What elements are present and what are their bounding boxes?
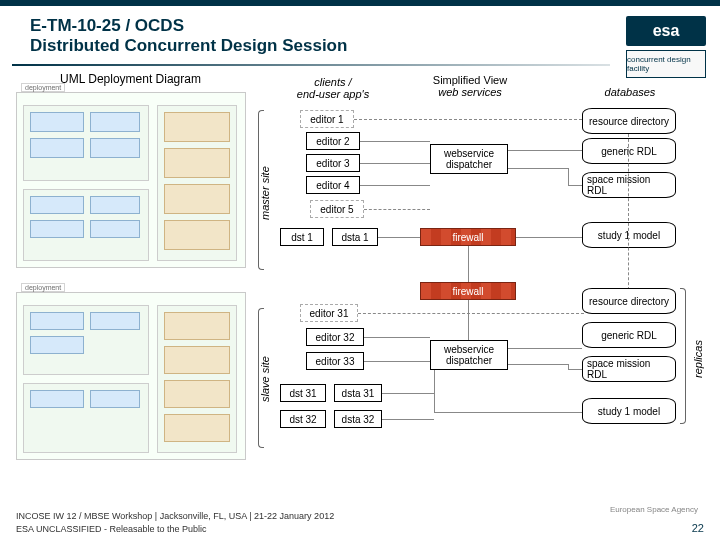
dsta-box: dsta 31 bbox=[334, 384, 382, 402]
uml-panel-master: deployment bbox=[16, 92, 246, 268]
footer-line2: ESA UNCLASSIFIED - Releasable to the Pub… bbox=[16, 524, 700, 534]
label-replicas: replicas bbox=[692, 340, 704, 378]
db-cylinder: space mission RDL bbox=[582, 172, 676, 198]
dst-box: dst 32 bbox=[280, 410, 326, 428]
editor-box: editor 33 bbox=[306, 352, 364, 370]
db-cylinder: resource directory bbox=[582, 288, 676, 314]
agency-tag: European Space Agency bbox=[610, 505, 698, 514]
col-simplified: Simplified View web services bbox=[420, 74, 520, 98]
dsta-box: dsta 1 bbox=[332, 228, 378, 246]
brace-replicas bbox=[680, 288, 686, 424]
db-cylinder: study 1 model bbox=[582, 398, 676, 424]
uml-panel-slave: deployment bbox=[16, 292, 246, 460]
col-simplified-line1: Simplified View bbox=[433, 74, 507, 86]
esa-logo: esa bbox=[626, 16, 706, 46]
dispatcher-text: webservice dispatcher bbox=[444, 148, 494, 170]
dispatcher-text: webservice dispatcher bbox=[444, 344, 494, 366]
page-number: 22 bbox=[692, 522, 704, 534]
editor-box: editor 2 bbox=[306, 132, 360, 150]
col-clients-line2: end-user app's bbox=[297, 88, 369, 100]
col-clients: clients / end-user app's bbox=[288, 76, 378, 100]
uml-caption: UML Deployment Diagram bbox=[60, 72, 201, 86]
col-simplified-line2: web services bbox=[438, 86, 502, 98]
db-cylinder: space mission RDL bbox=[582, 356, 676, 382]
editor-box: editor 3 bbox=[306, 154, 360, 172]
editor-box: editor 32 bbox=[306, 328, 364, 346]
editor-box: editor 1 bbox=[300, 110, 354, 128]
title-line-1: E-TM-10-25 / OCDS bbox=[30, 16, 184, 35]
page-title: E-TM-10-25 / OCDS Distributed Concurrent… bbox=[30, 16, 460, 57]
slide-header: E-TM-10-25 / OCDS Distributed Concurrent… bbox=[0, 0, 720, 70]
db-cylinder: resource directory bbox=[582, 108, 676, 134]
db-cylinder: generic RDL bbox=[582, 322, 676, 348]
dst-box: dst 31 bbox=[280, 384, 326, 402]
dsta-box: dsta 32 bbox=[334, 410, 382, 428]
dst-box: dst 1 bbox=[280, 228, 324, 246]
firewall: firewall bbox=[420, 228, 516, 246]
footer-line1: INCOSE IW 12 / MBSE Workshop | Jacksonvi… bbox=[16, 511, 700, 521]
editor-box: editor 5 bbox=[310, 200, 364, 218]
col-databases: databases bbox=[590, 86, 670, 98]
header-rule bbox=[12, 64, 610, 66]
editor-box: editor 4 bbox=[306, 176, 360, 194]
dispatcher-box: webservice dispatcher bbox=[430, 340, 508, 370]
db-cylinder: study 1 model bbox=[582, 222, 676, 248]
dispatcher-box: webservice dispatcher bbox=[430, 144, 508, 174]
diagram-stage: UML Deployment Diagram clients / end-use… bbox=[0, 72, 720, 492]
db-cylinder: generic RDL bbox=[582, 138, 676, 164]
col-clients-line1: clients / bbox=[314, 76, 351, 88]
firewall: firewall bbox=[420, 282, 516, 300]
label-master-site: master site bbox=[259, 166, 271, 220]
uml-panel-master-hdr: deployment bbox=[21, 83, 65, 92]
uml-panel-slave-hdr: deployment bbox=[21, 283, 65, 292]
editor-box: editor 31 bbox=[300, 304, 358, 322]
title-line-2: Distributed Concurrent Design Session bbox=[30, 36, 347, 55]
label-slave-site: slave site bbox=[259, 356, 271, 402]
slide-footer: INCOSE IW 12 / MBSE Workshop | Jacksonvi… bbox=[16, 511, 700, 534]
